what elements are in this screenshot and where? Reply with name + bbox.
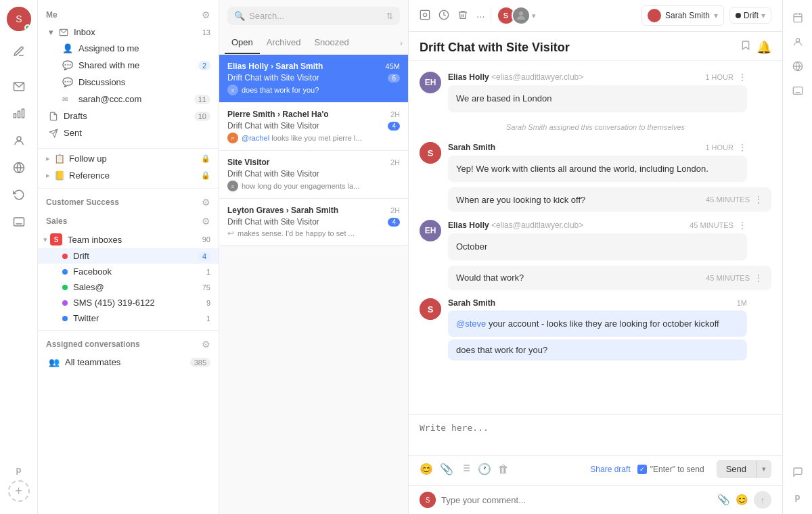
inbox-icon[interactable] bbox=[7, 74, 31, 99]
sidebar-item-drift[interactable]: Drift 4 bbox=[38, 248, 219, 264]
contacts-icon[interactable] bbox=[7, 128, 31, 153]
right-panel-person[interactable] bbox=[787, 31, 809, 53]
sidebar-item-shared-with-me[interactable]: 💬 Shared with me 2 bbox=[38, 57, 219, 74]
emoji-icon[interactable]: 😊 bbox=[420, 463, 433, 475]
msg-1-more[interactable]: ⋮ bbox=[738, 72, 747, 83]
customer-success-gear[interactable]: ⚙ bbox=[202, 197, 210, 208]
share-draft-button[interactable]: Share draft bbox=[590, 465, 630, 474]
sidebar-item-follow-up[interactable]: ▸ 📋 Follow up 🔒 bbox=[38, 150, 219, 167]
refresh-icon[interactable] bbox=[7, 183, 31, 207]
me-gear[interactable]: ⚙ bbox=[202, 9, 210, 20]
sidebar-item-sms[interactable]: SMS (415) 319-6122 9 bbox=[38, 295, 219, 310]
bell-icon[interactable]: 🔔 bbox=[757, 40, 771, 55]
globe-icon[interactable] bbox=[7, 156, 31, 180]
comment-emoji-icon[interactable]: 😊 bbox=[736, 494, 748, 506]
conversation-item-3[interactable]: Site Visitor 2H Drift Chat with Site Vis… bbox=[219, 151, 408, 199]
twitter-label: Twitter bbox=[73, 313, 206, 323]
me-section: Me ⚙ ▾ Inbox 13 👤 Assigned to me 💬 Share… bbox=[38, 0, 219, 147]
compose-input[interactable] bbox=[420, 423, 771, 443]
right-panel-chat-bubble[interactable] bbox=[787, 461, 809, 483]
msg-3-content: When are you looking to kick off? 45 MIN… bbox=[448, 187, 771, 212]
inbox-label: Inbox bbox=[74, 27, 202, 37]
chat-icon-trash[interactable] bbox=[457, 9, 468, 22]
conversation-item-2[interactable]: Pierre Smith › Rachel Ha'o 2H Drift Chat… bbox=[219, 103, 408, 151]
add-icon[interactable]: + bbox=[8, 480, 30, 502]
user-avatar[interactable]: S bbox=[7, 7, 31, 31]
chat-icon-clock[interactable] bbox=[438, 9, 449, 22]
svg-rect-3 bbox=[14, 114, 16, 118]
chat-icon-compose[interactable] bbox=[420, 9, 430, 22]
conv-item-1-preview: does that work for you? bbox=[242, 86, 319, 94]
sidebar-item-sent[interactable]: Sent bbox=[38, 124, 219, 141]
conversation-item-4[interactable]: Leyton Graves › Sarah Smith 2H Drift Cha… bbox=[219, 199, 408, 246]
assigned-conversations-label: Assigned conversations bbox=[46, 340, 140, 349]
participants-chevron[interactable]: ▾ bbox=[532, 11, 536, 20]
bookmark-icon[interactable] bbox=[740, 40, 751, 55]
msg-1-sender: Elias Holly <elias@auditlawyer.club> bbox=[448, 72, 583, 82]
right-panel-calendar[interactable] bbox=[787, 7, 809, 28]
right-panel-globe[interactable] bbox=[787, 55, 809, 77]
conversation-item-1[interactable]: Elias Holly › Sarah Smith 45M Drift Chat… bbox=[219, 55, 408, 103]
drift-dot bbox=[62, 254, 68, 259]
send-chevron[interactable]: ▾ bbox=[756, 461, 771, 477]
sidebar-item-all-teammates[interactable]: 👥 All teammates 385 bbox=[38, 354, 219, 371]
conv-item-2-time: 2H bbox=[390, 110, 400, 118]
assignee-picker[interactable]: Sarah Smith ▾ bbox=[641, 5, 724, 26]
inbox-count: 13 bbox=[202, 28, 210, 37]
comment-attach-icon[interactable]: 📎 bbox=[717, 494, 730, 506]
sidebar-item-drafts[interactable]: Drafts 10 bbox=[38, 108, 219, 124]
tab-archived[interactable]: Archived bbox=[260, 32, 308, 54]
sort-icon[interactable]: ⇅ bbox=[386, 11, 393, 21]
right-panel-keyboard[interactable] bbox=[787, 80, 809, 101]
sidebar-item-reference[interactable]: ▸ 📒 Reference 🔒 bbox=[38, 167, 219, 184]
tag-name: Drift bbox=[744, 11, 759, 20]
msg-2-header: Sarah Smith 1 HOUR ⋮ bbox=[448, 142, 747, 153]
assigned-to-me-label: Assigned to me bbox=[78, 43, 210, 53]
search-input[interactable] bbox=[249, 11, 386, 21]
compose-area: 😊 📎 🕐 🗑 Share draft ✓ "Enter" to send Se… bbox=[409, 414, 782, 485]
sidebar-item-assigned-to-me[interactable]: 👤 Assigned to me bbox=[38, 40, 219, 57]
sidebar-item-discussions[interactable]: 💬 Discussions bbox=[38, 74, 219, 91]
tab-snoozed[interactable]: Snoozed bbox=[307, 32, 355, 54]
search-bar[interactable]: 🔍 ⇅ bbox=[227, 7, 400, 25]
right-panel-p[interactable]: p bbox=[787, 486, 809, 507]
msg-2-more[interactable]: ⋮ bbox=[738, 142, 747, 153]
msg-4-more[interactable]: ⋮ bbox=[738, 220, 747, 231]
keyboard-icon[interactable] bbox=[7, 210, 31, 234]
sarah-email-count: 11 bbox=[194, 95, 210, 104]
msg-3-more[interactable]: ⋮ bbox=[754, 194, 763, 205]
sidebar-item-sales[interactable]: Sales@ 75 bbox=[38, 279, 219, 295]
msg-2-avatar: S bbox=[420, 142, 441, 164]
tabs-arrow[interactable]: › bbox=[400, 38, 403, 48]
stats-icon[interactable] bbox=[7, 101, 31, 126]
team-inboxes-header[interactable]: ▾ S Team inboxes 90 bbox=[38, 231, 219, 248]
tag-picker[interactable]: Drift ▾ bbox=[729, 7, 771, 24]
template-icon[interactable] bbox=[460, 463, 471, 476]
p-icon[interactable]: p bbox=[11, 462, 27, 477]
chat-icon-more[interactable]: ··· bbox=[476, 10, 485, 22]
sidebar-item-facebook[interactable]: Facebook 1 bbox=[38, 264, 219, 279]
send-button[interactable]: Send bbox=[717, 460, 756, 478]
sidebar-item-sarah-email[interactable]: ✉ sarah@ccc.com 11 bbox=[38, 91, 219, 108]
drafts-label: Drafts bbox=[64, 111, 194, 121]
sales-gear[interactable]: ⚙ bbox=[202, 216, 210, 227]
msg-6-content: Sarah Smith 1M @steve your account - loo… bbox=[448, 298, 747, 361]
chat-participants[interactable]: S ▾ bbox=[497, 6, 536, 25]
enter-to-send-checkbox[interactable]: ✓ bbox=[637, 465, 647, 474]
msg-3-bubble: When are you looking to kick off? 45 MIN… bbox=[448, 187, 771, 212]
msg-5-more[interactable]: ⋮ bbox=[754, 273, 763, 283]
delete-icon[interactable]: 🗑 bbox=[498, 463, 509, 475]
sidebar-item-twitter[interactable]: Twitter 1 bbox=[38, 310, 219, 326]
msg-6-bubble-2: does that work for you? bbox=[448, 340, 747, 360]
chat-actions: ··· bbox=[420, 9, 485, 22]
comment-send-icon[interactable]: ↑ bbox=[754, 491, 771, 509]
comment-input[interactable] bbox=[441, 495, 712, 505]
compose-icon[interactable] bbox=[7, 39, 31, 64]
attach-icon[interactable]: 📎 bbox=[440, 463, 453, 475]
tab-open[interactable]: Open bbox=[225, 32, 260, 54]
header-separator bbox=[491, 9, 491, 22]
sidebar-item-inbox[interactable]: ▾ Inbox 13 bbox=[38, 24, 219, 40]
schedule-icon[interactable]: 🕐 bbox=[478, 463, 491, 475]
conv-item-2-badge: 4 bbox=[388, 122, 400, 131]
assigned-conversations-gear[interactable]: ⚙ bbox=[202, 339, 210, 350]
